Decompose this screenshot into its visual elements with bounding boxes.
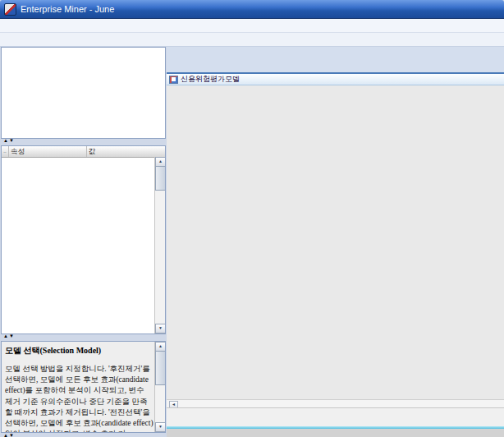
property-column-header: 속성 — [9, 146, 87, 157]
properties-gutter-header: .. — [2, 146, 9, 157]
scrollbar-thumb[interactable] — [155, 166, 166, 191]
help-body: 모델 선택 방법을 지정합니다. '후진제거'를 선택하면, 모델에 모든 후보… — [5, 364, 153, 432]
diagram-titlebar: 신용위험평가모델 — [167, 74, 504, 85]
node-palette — [167, 47, 504, 60]
diagram-window: 신용위험평가모델 — [167, 72, 504, 400]
project-tree — [1, 47, 166, 139]
menubar — [0, 19, 504, 33]
window-frame-bottom — [167, 429, 504, 437]
properties-grid — [2, 157, 155, 334]
window-title: Enterprise Miner - June — [21, 4, 114, 14]
app-icon — [4, 3, 16, 16]
bottom-splitter[interactable]: ▲▼ — [1, 433, 167, 437]
diagram-icon — [169, 76, 178, 84]
bottom-view-tabs — [167, 407, 504, 426]
tool-category-tabs — [167, 60, 504, 72]
main-toolbar — [0, 33, 504, 47]
help-panel: 모델 선택(Selection Model) 모델 선택 방법을 지정합니다. … — [1, 341, 166, 433]
help-title: 모델 선택(Selection Model) — [5, 345, 153, 356]
properties-help-splitter[interactable]: ▲▼ — [1, 333, 167, 339]
diagram-title: 신용위험평가모델 — [181, 74, 240, 85]
properties-panel: .. 속성 값 ▲ ▼ — [1, 145, 166, 334]
help-content: 모델 선택(Selection Model) 모델 선택 방법을 지정합니다. … — [2, 342, 155, 432]
workspace-column: 신용위험평가모델 ◄ — [167, 47, 504, 437]
value-column-header: 값 — [87, 146, 165, 157]
app-window: Enterprise Miner - June ▲▼ .. 속성 값 ▲ ▼ ▲… — [0, 0, 504, 437]
tree-properties-splitter[interactable]: ▲▼ — [1, 137, 167, 144]
properties-header: .. 속성 값 — [2, 146, 165, 158]
left-column: ▲▼ .. 속성 값 ▲ ▼ ▲▼ 모델 선택(Selection Model)… — [0, 47, 167, 437]
diagram-canvas[interactable] — [167, 85, 504, 400]
scrollbar-thumb[interactable] — [155, 351, 166, 385]
properties-scrollbar[interactable]: ▲ ▼ — [154, 157, 165, 334]
titlebar: Enterprise Miner - June — [0, 0, 504, 19]
scroll-down-icon[interactable]: ▼ — [155, 422, 166, 432]
help-scrollbar[interactable]: ▲ ▼ — [154, 342, 165, 432]
